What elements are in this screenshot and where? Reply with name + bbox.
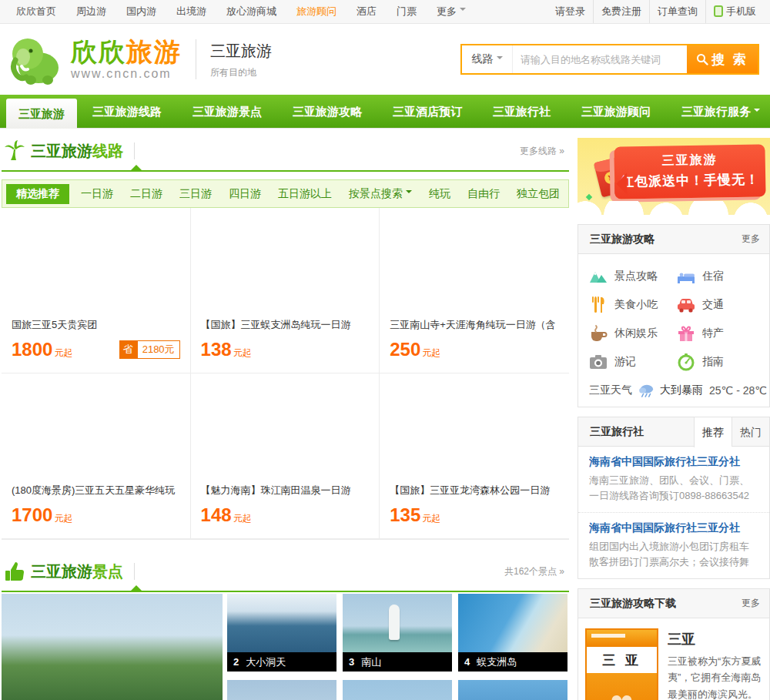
search-input[interactable] <box>513 45 687 73</box>
product-card[interactable]: 【国旅】三亚亚龙湾森林公园一日游 135 元起 <box>380 373 569 539</box>
section-underline <box>2 591 569 592</box>
routes-section-header: 三亚旅游线路 更多线路 » <box>2 138 569 164</box>
download-box-more-link[interactable]: 更多 <box>742 597 769 610</box>
guide-item-label: 游记 <box>614 355 636 369</box>
guidebook-cover[interactable]: 三 亚 ♥ <box>585 628 658 700</box>
product-card[interactable]: 【国旅】三亚蜈支洲岛纯玩一日游 138 元起 <box>191 208 380 373</box>
agency-item[interactable]: 海南省中国国际旅行社三亚分社 海南三亚旅游、团队、会议、门票、一日游线路咨询预订… <box>578 447 769 513</box>
spot-photo-wuzhizhou[interactable]: 4蜈支洲岛 <box>458 594 567 672</box>
guide-item-transport[interactable]: 交通 <box>677 290 765 319</box>
top-nav-home[interactable]: 欣欣首页 <box>6 0 66 23</box>
filter-pure-play[interactable]: 纯玩 <box>420 187 459 201</box>
guidebook-title: 三亚 <box>668 630 762 648</box>
product-price: 250 <box>390 339 420 360</box>
spot-photo-daxiaodongtian[interactable]: 2大小洞天 <box>227 594 336 672</box>
spot-photo-image <box>458 680 567 700</box>
filter-free-travel[interactable]: 自由行 <box>459 187 508 201</box>
top-nav-mall[interactable]: 放心游商城 <box>216 0 286 23</box>
filter-4day[interactable]: 四日游 <box>220 187 270 201</box>
nav-tab-routes[interactable]: 三亚旅游线路 <box>77 95 177 128</box>
filter-private-group[interactable]: 独立包团 <box>508 187 568 201</box>
product-price: 1700 <box>12 504 52 526</box>
chevron-down-icon <box>406 190 412 196</box>
nav-tab-services[interactable]: 三亚旅行服务 <box>666 95 770 128</box>
spot-photo[interactable] <box>458 680 567 700</box>
product-image <box>12 373 180 484</box>
product-image <box>201 373 370 484</box>
spots-section-header: 三亚旅游景点 共162个景点 » <box>2 558 569 584</box>
filter-3day[interactable]: 三日游 <box>171 187 220 201</box>
guide-item-food[interactable]: 美食小吃 <box>589 290 677 319</box>
promo-banner[interactable]: ¥ 三亚旅游 红包派送中！手慢无！ <box>578 138 770 215</box>
spot-caption: 3南山 <box>343 652 452 672</box>
all-destinations-link[interactable]: 所有目的地 <box>210 65 272 79</box>
spot-rank: 2 <box>233 656 239 668</box>
site-logo[interactable]: 欣欣旅游 www.cncn.com <box>8 31 182 88</box>
login-link[interactable]: 请登录 <box>547 0 593 23</box>
product-card[interactable]: 国旅三亚5天贵宾团 1800 元起 省 2180元 <box>2 208 191 373</box>
top-nav-consultant[interactable]: 旅游顾问 <box>286 0 346 23</box>
nav-tab-hotels[interactable]: 三亚酒店预订 <box>377 95 477 128</box>
filter-featured[interactable]: 精选推荐 <box>6 184 69 204</box>
spot-photo-nanshan[interactable]: 3南山 <box>343 594 452 672</box>
nav-tab-consultants[interactable]: 三亚旅游顾问 <box>566 95 666 128</box>
guide-item-specialty[interactable]: 特产 <box>677 319 765 347</box>
product-price: 135 <box>390 504 420 526</box>
guide-item-label: 特产 <box>702 327 724 340</box>
nav-tab-sanya-home[interactable]: 三亚旅游 <box>6 99 77 129</box>
filter-by-spot[interactable]: 按景点搜索 <box>340 187 420 201</box>
search-icon <box>696 53 708 65</box>
spot-photo[interactable] <box>343 680 452 700</box>
filter-2day[interactable]: 二日游 <box>122 187 171 201</box>
guide-box-more-link[interactable]: 更多 <box>742 233 769 246</box>
weather-label: 三亚天气 <box>589 383 632 397</box>
nav-tab-spots[interactable]: 三亚旅游景点 <box>177 95 277 128</box>
product-image <box>12 208 180 318</box>
product-price: 138 <box>201 339 232 360</box>
product-card[interactable]: 【魅力海南】珠江南田温泉一日游 148 元起 <box>191 373 380 539</box>
spot-photo-image <box>343 594 452 652</box>
register-link[interactable]: 免费注册 <box>593 0 649 23</box>
top-nav-more[interactable]: 更多 <box>427 0 476 23</box>
nav-tab-agencies[interactable]: 三亚旅行社 <box>477 95 566 128</box>
guidebook-description: 三亚被称为“东方夏威夷”，它拥有全海南岛最美丽的海滨风光。这 <box>668 653 762 700</box>
product-title: 三亚南山寺+天涯海角纯玩一日游（含 <box>390 318 559 332</box>
search-button[interactable]: 搜 索 <box>687 45 758 73</box>
guide-item-leisure[interactable]: 休闲娱乐 <box>589 319 677 347</box>
product-card[interactable]: 三亚南山寺+天涯海角纯玩一日游（含 250 元起 <box>380 208 569 373</box>
all-spots-link[interactable]: 共162个景点 » <box>504 565 564 578</box>
destination-title: 三亚旅游 <box>210 39 272 62</box>
top-nav-nearby[interactable]: 周边游 <box>66 0 116 23</box>
filter-5day-plus[interactable]: 五日游以上 <box>270 187 340 201</box>
spot-rank: 3 <box>349 656 354 668</box>
agency-item[interactable]: 海南省中国国际旅行社三亚分社 组团国内出入境旅游小包团订房租车散客拼团订门票高尔… <box>578 513 769 578</box>
weather-row: 三亚天气 大到暴雨 25℃ - 28℃ <box>578 377 769 407</box>
top-nav-domestic[interactable]: 国内游 <box>116 0 166 23</box>
nav-tab-guides[interactable]: 三亚旅游攻略 <box>277 95 377 128</box>
top-nav-tickets[interactable]: 门票 <box>387 0 427 23</box>
mobile-version-link[interactable]: 手机版 <box>705 0 764 23</box>
top-nav-hotel[interactable]: 酒店 <box>346 0 387 23</box>
order-query-link[interactable]: 订单查询 <box>649 0 705 23</box>
spot-photo-image <box>227 594 336 652</box>
guide-item-guidebook[interactable]: 指南 <box>677 347 765 376</box>
promo-line2: 红包派送中！手慢无！ <box>619 170 761 190</box>
agency-box-title: 三亚旅行社 <box>578 425 644 439</box>
agency-tab-recommended[interactable]: 推荐 <box>694 417 732 447</box>
logo-text: 欣欣旅游 www.cncn.com <box>71 39 182 81</box>
spot-photo-large[interactable] <box>2 594 223 700</box>
spot-photo[interactable] <box>227 680 336 700</box>
search-category-select[interactable]: 线路 <box>462 45 513 73</box>
agency-name-link[interactable]: 海南省中国国际旅行社三亚分社 <box>589 521 758 535</box>
guide-item-spots[interactable]: 景点攻略 <box>589 262 677 290</box>
more-routes-link[interactable]: 更多线路 » <box>520 145 564 158</box>
guide-box: 三亚旅游攻略 更多 景点攻略 住宿 美食小吃 交通 <box>578 224 770 407</box>
guide-item-travelogue[interactable]: 游记 <box>589 347 677 376</box>
product-card[interactable]: (180度海景房)三亚五天五星豪华纯玩 1700 元起 <box>2 373 191 539</box>
agency-name-link[interactable]: 海南省中国国际旅行社三亚分社 <box>589 455 758 469</box>
filter-1day[interactable]: 一日游 <box>72 187 122 201</box>
guide-box-title: 三亚旅游攻略 <box>578 233 654 246</box>
guide-item-lodging[interactable]: 住宿 <box>677 262 765 290</box>
agency-tab-hot[interactable]: 热门 <box>732 417 769 447</box>
top-nav-outbound[interactable]: 出境游 <box>166 0 216 23</box>
